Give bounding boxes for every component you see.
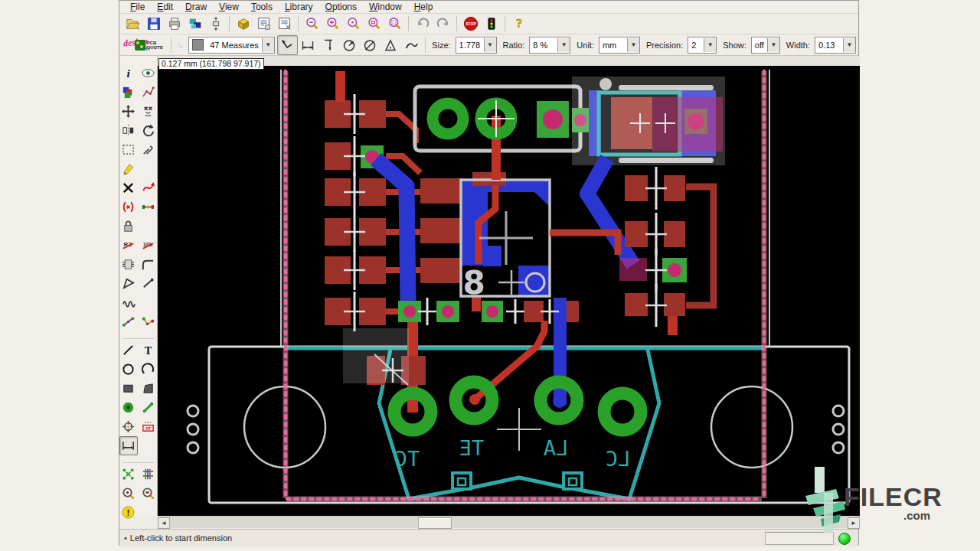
flip-component-button[interactable] <box>205 14 226 34</box>
dim-diameter-button[interactable] <box>360 35 381 55</box>
tool-segment-colored-button[interactable] <box>119 312 138 331</box>
field-width-select[interactable]: 0.13▼ <box>815 37 856 54</box>
canvas-area: 0.127 mm (161.798 97.917) <box>158 56 860 516</box>
tool-layers-button[interactable] <box>119 83 138 102</box>
tool-gather-button[interactable] <box>139 102 158 121</box>
field-unit-select[interactable]: mm▼ <box>599 37 640 54</box>
undo-button[interactable] <box>412 14 433 34</box>
tool-segment-colored-2-button[interactable] <box>139 312 158 331</box>
print-button[interactable] <box>164 14 185 34</box>
tool-info-button[interactable]: i <box>119 64 138 83</box>
tool-circle-button[interactable] <box>119 360 138 379</box>
stop-button[interactable]: STOP <box>460 14 481 34</box>
zoom-all-button[interactable] <box>384 14 405 34</box>
tool-target-button[interactable] <box>119 417 138 436</box>
field-show-select[interactable]: off▼ <box>751 37 780 54</box>
menu-window[interactable]: Window <box>363 2 408 12</box>
dim-angle-button[interactable] <box>381 35 401 55</box>
new-sheet-button[interactable] <box>253 14 274 34</box>
menu-view[interactable]: View <box>213 2 245 12</box>
tool-select-area-button[interactable] <box>119 140 138 159</box>
menu-edit[interactable]: Edit <box>151 2 179 12</box>
svg-text:i: i <box>127 67 131 80</box>
package-3d-button[interactable] <box>233 14 253 34</box>
tool-highlight-button[interactable] <box>119 159 138 178</box>
menu-tools[interactable]: Tools <box>245 2 279 12</box>
tool-spread-button[interactable] <box>119 465 138 484</box>
scrollbar-thumb[interactable] <box>418 517 452 529</box>
tool-warning-button[interactable]: ! <box>119 503 138 522</box>
chevron-down-icon[interactable]: ▼ <box>557 38 570 52</box>
tool-zoom-trace-button[interactable] <box>119 484 138 503</box>
chevron-down-icon[interactable]: ▼ <box>484 38 496 52</box>
tool-arc-corner-button[interactable] <box>139 255 158 274</box>
new-sheet-alt-button[interactable] <box>274 14 295 34</box>
dim-radius-button[interactable] <box>339 35 360 55</box>
menu-draw[interactable]: Draw <box>179 2 213 12</box>
tool-unroute-button[interactable] <box>139 178 158 197</box>
dim-vertical-button[interactable] <box>318 35 339 55</box>
tool-component-button[interactable] <box>119 255 138 274</box>
zoom-selection-button[interactable] <box>364 14 384 34</box>
menu-file[interactable]: File <box>124 2 151 12</box>
tool-mirror-button[interactable] <box>119 121 138 140</box>
tool-value-r2-button[interactable]: R2 <box>119 236 138 255</box>
layer-selector[interactable]: 47 Measures ▼ <box>188 37 275 54</box>
dim-leader-button[interactable] <box>277 35 298 55</box>
pcb-canvas[interactable]: 8 <box>158 66 860 516</box>
redo-button[interactable] <box>433 14 453 34</box>
tool-filled-rect-button[interactable] <box>119 379 138 398</box>
chevron-down-icon[interactable]: ▼ <box>627 38 639 52</box>
tool-via-button[interactable] <box>119 398 138 417</box>
zoom-in-button[interactable] <box>322 14 343 34</box>
tool-filled-polygon-button[interactable] <box>139 379 158 398</box>
zoom-out-button[interactable] <box>302 14 322 34</box>
traffic-light-button[interactable] <box>481 14 501 34</box>
menu-library[interactable]: Library <box>279 2 319 12</box>
tool-zoom-area-button[interactable] <box>139 484 158 503</box>
tool-rotate-button[interactable] <box>139 121 158 140</box>
save-button[interactable] <box>143 14 164 34</box>
field-unit: Unit:mm▼ <box>577 37 642 54</box>
component-icon <box>121 257 136 272</box>
field-size-select[interactable]: 1.778▼ <box>456 37 497 54</box>
tool-polygon-open-button[interactable] <box>119 274 138 293</box>
tool-eye-button[interactable] <box>139 64 158 83</box>
chevron-down-icon[interactable]: ▼ <box>767 38 779 52</box>
help-button[interactable]: ? <box>508 14 529 34</box>
tool-value-10k-button[interactable]: 10k <box>139 236 158 255</box>
tool-line-button[interactable] <box>119 341 138 360</box>
tool-track-button[interactable] <box>139 398 158 417</box>
dim-curve-button[interactable] <box>401 35 422 55</box>
field-ratio-select[interactable]: 8 %▼ <box>529 37 570 54</box>
scroll-left-button[interactable]: ◄ <box>158 517 170 529</box>
menu-help[interactable]: Help <box>408 2 439 12</box>
tool-arc-button[interactable] <box>139 360 158 379</box>
tool-stretch-button[interactable] <box>139 140 158 159</box>
tool-connection-button[interactable] <box>139 197 158 217</box>
menu-options[interactable]: Options <box>319 2 363 12</box>
tool-autoplace-button[interactable]: AT <box>139 417 158 436</box>
chevron-down-icon[interactable]: ▼ <box>704 38 716 52</box>
tool-segment-dot-button[interactable] <box>139 274 158 293</box>
chevron-down-icon[interactable]: ▼ <box>843 38 855 52</box>
grid-settings-button[interactable] <box>177 36 183 54</box>
field-precision-select[interactable]: 2▼ <box>688 37 717 54</box>
tool-multi-layer-grid-button[interactable] <box>139 465 158 484</box>
tool-measure-button[interactable] <box>139 83 158 102</box>
open-button[interactable] <box>122 14 143 34</box>
tool-text-button[interactable]: T <box>139 341 158 360</box>
tool-lock-button[interactable] <box>119 217 138 236</box>
dim-linear-button[interactable] <box>298 35 318 55</box>
tool-move-button[interactable] <box>119 102 138 121</box>
drawing-toolbar: iR210kTAT! <box>119 56 158 516</box>
chevron-down-icon[interactable]: ▼ <box>262 38 274 52</box>
paste-design-button[interactable] <box>185 14 205 34</box>
tool-dimension-button[interactable] <box>119 436 138 455</box>
tool-squiggle-button[interactable] <box>119 293 138 312</box>
horizontal-scrollbar[interactable]: ◄ ► <box>158 516 860 528</box>
zoom-view-button[interactable] <box>343 14 364 34</box>
tool-delete-button[interactable] <box>119 178 138 197</box>
tool-net-curves-button[interactable] <box>119 197 138 217</box>
field-precision: Precision:2▼ <box>646 37 719 54</box>
